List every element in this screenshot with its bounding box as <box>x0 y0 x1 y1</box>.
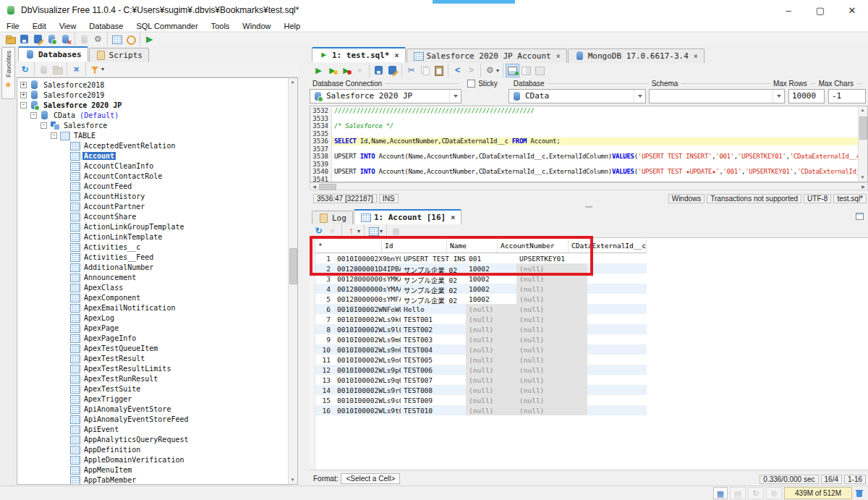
copy-button[interactable] <box>418 64 432 77</box>
table-row[interactable]: 11 0010I00002WLs9oQAD TEST005 (null) (nu… <box>315 355 647 365</box>
external-id-cell[interactable]: (null) <box>516 365 587 375</box>
tree-item[interactable]: AdditionalNumber <box>19 262 288 272</box>
name-cell[interactable]: TEST006 <box>401 365 466 375</box>
tree-item[interactable]: AccountFeed <box>19 181 288 191</box>
editor-line[interactable]: 3533 <box>310 115 858 123</box>
table-row[interactable]: 5 00128000000sYMFAA3 サンプル企業 02 10002 (nu… <box>315 294 647 304</box>
name-cell[interactable]: サンプル企業 02 <box>401 294 466 304</box>
grid-column-header[interactable]: Id <box>382 240 447 253</box>
id-cell[interactable]: 0012800001D4IPBAAZ <box>334 263 401 274</box>
memory-indicator[interactable]: 439M of 512M <box>784 487 852 499</box>
tree-item[interactable]: AccountShare <box>19 211 288 221</box>
id-cell[interactable]: 0010I00002WLs9lQAD <box>334 324 401 334</box>
table-row[interactable]: 12 0010I00002WLs9pQAD TEST006 (null) (nu… <box>315 365 647 375</box>
id-cell[interactable]: 0010I00002WLs9tQAD <box>334 405 401 415</box>
save-script-button[interactable] <box>372 64 386 77</box>
detach-panel-icon[interactable] <box>854 211 865 221</box>
rerun-button[interactable] <box>312 224 326 238</box>
tree-item[interactable]: AccountContactRole <box>19 171 288 181</box>
name-cell[interactable]: TEST004 <box>401 344 466 355</box>
tab-account[interactable]: Salesforce 2020 JP Account × <box>407 48 567 63</box>
tree-item[interactable]: - CData (Default) <box>19 110 288 120</box>
history-forward-button[interactable] <box>464 64 478 77</box>
grid-column-header[interactable]: Name <box>447 240 498 253</box>
grid-view-button[interactable] <box>367 224 384 238</box>
maximize-button[interactable]: ▢ <box>804 0 836 20</box>
execute-buffer-button[interactable] <box>339 64 353 77</box>
external-id-cell[interactable]: (null) <box>516 334 587 344</box>
tab-databases[interactable]: Databases <box>18 46 88 62</box>
name-cell[interactable]: TEST001 <box>401 314 466 324</box>
table-row[interactable]: 10 0010I00002WLs9nQAD TEST004 (null) (nu… <box>315 344 647 355</box>
tree-item[interactable]: ApexTestRunResult <box>19 373 288 384</box>
external-id-cell[interactable]: (null) <box>516 314 587 324</box>
editor-line[interactable]: 3540 UPSERT INTO Account(Name,AccountNum… <box>310 168 858 176</box>
account-number-cell[interactable]: (null) <box>466 334 516 344</box>
trash-icon[interactable] <box>854 488 865 499</box>
grid-status-button[interactable] <box>713 487 728 499</box>
menu-database[interactable]: Database <box>82 22 129 30</box>
name-cell[interactable]: TEST008 <box>401 385 466 395</box>
format-select-button[interactable]: <Select a Cell> <box>341 473 400 484</box>
tree-item[interactable]: AppAnalyticsQueryRequest <box>19 434 288 444</box>
scroll-down-icon[interactable]: ▼ <box>859 174 867 182</box>
tree-expander[interactable]: - <box>41 122 47 129</box>
tree-item[interactable]: ActionLinkTemplate <box>19 232 288 242</box>
tree-item[interactable]: ActionLinkGroupTemplate <box>19 221 288 232</box>
grid-button[interactable] <box>110 33 124 46</box>
tree-scrollbar[interactable]: ▲ ▼ <box>288 78 297 484</box>
table-row[interactable]: 9 0010I00002WLs9mQAD TEST003 (null) (nul… <box>315 334 647 344</box>
layout-editor-only-button[interactable] <box>519 64 533 77</box>
editor-line[interactable]: 3539 <box>310 161 858 169</box>
database-connection-select[interactable]: Salesforce 2020 JP <box>310 89 461 103</box>
scroll-right-icon[interactable]: ▶ <box>859 183 867 191</box>
account-number-cell[interactable]: (null) <box>466 344 516 355</box>
menu-help[interactable]: Help <box>277 22 307 30</box>
account-number-cell[interactable]: 10002 <box>466 294 516 304</box>
execute-current-button[interactable] <box>326 64 339 77</box>
close-tab-icon[interactable]: × <box>556 52 561 60</box>
grid-column-header[interactable]: * <box>315 240 382 253</box>
filter-button[interactable] <box>88 62 106 76</box>
id-cell[interactable]: 0010I00002WLs9qQAD <box>334 375 401 385</box>
table-row[interactable]: 16 0010I00002WLs9tQAD TEST010 (null) (nu… <box>315 405 647 415</box>
editor-line[interactable]: 3537 <box>310 145 858 153</box>
tree-expander[interactable]: + <box>20 82 27 88</box>
tree-item[interactable]: - Salesforce 2020 JP <box>19 100 288 110</box>
scroll-up-icon[interactable]: ▲ <box>859 106 867 114</box>
tree-item[interactable]: Activities__Feed <box>19 252 288 262</box>
status-segment[interactable]: UTF-8 <box>804 194 831 203</box>
tab-log[interactable]: Log <box>312 211 353 225</box>
id-cell[interactable]: 0010I00002WLs9mQAD <box>334 334 401 344</box>
id-cell[interactable]: 0010I00002WLs9kQAD <box>334 314 401 324</box>
external-id-cell[interactable]: (null) <box>516 274 587 284</box>
account-number-cell[interactable]: (null) <box>466 375 516 385</box>
max-rows-input[interactable]: 10000 <box>788 89 825 103</box>
export-button[interactable] <box>344 224 362 238</box>
editor-scrollbar[interactable]: ▲ ▼ <box>858 106 867 182</box>
save-button[interactable] <box>17 33 31 46</box>
close-tab-icon[interactable]: × <box>694 52 698 60</box>
account-number-cell[interactable]: (null) <box>466 304 516 314</box>
create-connection-button[interactable] <box>37 62 51 76</box>
open-button[interactable] <box>4 33 17 46</box>
tree-item[interactable]: ApiAnomalyEventStore <box>19 404 288 414</box>
external-id-cell[interactable]: (null) <box>516 304 587 314</box>
status-segment[interactable]: test.sql* <box>833 194 867 203</box>
external-id-cell[interactable]: (null) <box>516 405 587 415</box>
refresh-tree-button[interactable] <box>18 62 32 76</box>
menu-view[interactable]: View <box>53 22 83 30</box>
vertical-splitter[interactable] <box>299 46 310 486</box>
editor-line[interactable]: 3532 ///////////////////////////////////… <box>310 107 858 115</box>
tree-item[interactable]: AccountHistory <box>19 191 288 201</box>
tree-item[interactable]: Account <box>19 151 288 161</box>
close-button[interactable]: ✕ <box>836 0 868 20</box>
account-number-cell[interactable]: (null) <box>466 324 516 334</box>
create-folder-button[interactable] <box>51 62 64 76</box>
external-id-cell[interactable]: (null) <box>516 355 587 365</box>
table-row[interactable]: 8 0010I00002WLs9lQAD TEST002 (null) (nul… <box>315 324 647 334</box>
minimize-button[interactable]: – <box>773 0 804 20</box>
table-row[interactable]: 7 0010I00002WLs9kQAD TEST001 (null) (nul… <box>315 314 647 324</box>
layout-editor-results-button[interactable] <box>506 64 519 77</box>
id-cell[interactable]: 00128000000sYMAAA3 <box>334 284 401 294</box>
